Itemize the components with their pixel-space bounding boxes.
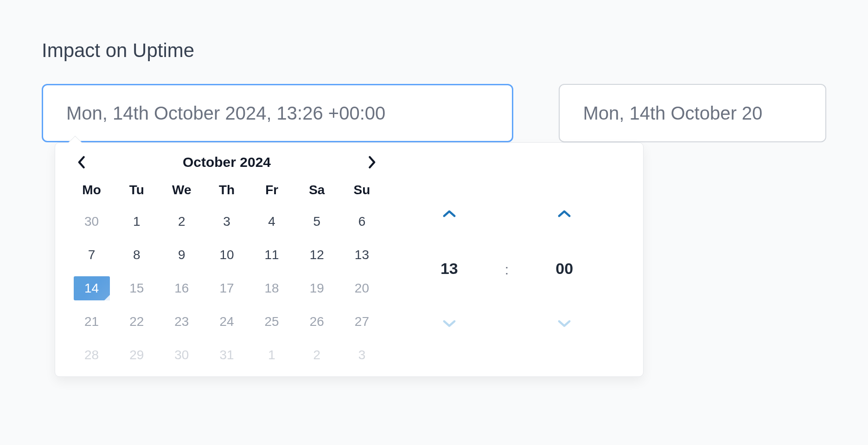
- calendar-day[interactable]: 23: [159, 305, 204, 338]
- calendar-day[interactable]: 26: [294, 305, 339, 338]
- calendar-day[interactable]: 12: [294, 238, 339, 272]
- hour-value[interactable]: 13: [440, 260, 458, 278]
- end-datetime-value: Mon, 14th October 20: [583, 103, 762, 124]
- calendar-day[interactable]: 3: [204, 205, 249, 238]
- calendar-day[interactable]: 2: [294, 338, 339, 372]
- calendar-day[interactable]: 30: [159, 338, 204, 372]
- calendar-day[interactable]: 18: [249, 272, 294, 305]
- calendar-day[interactable]: 16: [159, 272, 204, 305]
- calendar-day[interactable]: 8: [114, 238, 159, 272]
- calendar-day[interactable]: 27: [339, 305, 384, 338]
- hour-up-button[interactable]: [440, 207, 459, 221]
- calendar-day[interactable]: 25: [249, 305, 294, 338]
- chevron-left-icon: [77, 156, 85, 169]
- calendar-weekday: Th: [204, 176, 249, 205]
- calendar-day[interactable]: 31: [204, 338, 249, 372]
- chevron-down-icon: [442, 319, 456, 328]
- hour-down-button[interactable]: [440, 317, 459, 331]
- calendar-day[interactable]: 6: [339, 205, 384, 238]
- calendar-day[interactable]: 22: [114, 305, 159, 338]
- calendar-day[interactable]: 30: [69, 205, 114, 238]
- calendar-day[interactable]: 11: [249, 238, 294, 272]
- calendar-day[interactable]: 15: [114, 272, 159, 305]
- calendar-day[interactable]: 14: [69, 272, 114, 305]
- calendar-day[interactable]: 5: [294, 205, 339, 238]
- chevron-up-icon: [442, 210, 456, 218]
- calendar-month-label: October 2024: [183, 154, 271, 170]
- calendar-day[interactable]: 2: [159, 205, 204, 238]
- calendar-weekday: Tu: [114, 176, 159, 205]
- calendar-day[interactable]: 3: [339, 338, 384, 372]
- calendar-day[interactable]: 1: [114, 205, 159, 238]
- calendar-day[interactable]: 24: [204, 305, 249, 338]
- calendar-day[interactable]: 19: [294, 272, 339, 305]
- calendar-weekday: Su: [339, 176, 384, 205]
- calendar-day[interactable]: 17: [204, 272, 249, 305]
- calendar-header: October 2024: [69, 151, 384, 176]
- calendar-day[interactable]: 4: [249, 205, 294, 238]
- time-separator: :: [505, 262, 509, 278]
- next-month-button[interactable]: [363, 153, 382, 172]
- calendar-grid: MoTuWeThFrSaSu30123456789101112131415161…: [69, 176, 384, 372]
- calendar-day[interactable]: 1: [249, 338, 294, 372]
- calendar-day[interactable]: 21: [69, 305, 114, 338]
- start-datetime-value: Mon, 14th October 2024, 13:26 +00:00: [66, 103, 385, 124]
- chevron-down-icon: [557, 319, 571, 328]
- datetime-picker: October 2024 MoTuWeThFrSaSu3012345678910…: [55, 142, 644, 377]
- calendar-day[interactable]: 9: [159, 238, 204, 272]
- minute-down-button[interactable]: [555, 317, 574, 331]
- calendar-day[interactable]: 29: [114, 338, 159, 372]
- calendar-weekday: Fr: [249, 176, 294, 205]
- date-range-inputs: Mon, 14th October 2024, 13:26 +00:00 Mon…: [42, 84, 826, 142]
- section-title: Impact on Uptime: [42, 39, 826, 62]
- minute-spinner: 00: [555, 207, 574, 331]
- calendar-weekday: We: [159, 176, 204, 205]
- calendar: October 2024 MoTuWeThFrSaSu3012345678910…: [69, 151, 384, 372]
- start-datetime-input[interactable]: Mon, 14th October 2024, 13:26 +00:00: [42, 84, 513, 142]
- calendar-day[interactable]: 7: [69, 238, 114, 272]
- calendar-day[interactable]: 10: [204, 238, 249, 272]
- time-panel: 13 : 00: [384, 151, 629, 372]
- calendar-day[interactable]: 28: [69, 338, 114, 372]
- calendar-weekday: Mo: [69, 176, 114, 205]
- hour-spinner: 13: [440, 207, 459, 331]
- end-datetime-input[interactable]: Mon, 14th October 20: [559, 84, 826, 142]
- chevron-up-icon: [557, 210, 571, 218]
- calendar-day[interactable]: 13: [339, 238, 384, 272]
- minute-value[interactable]: 00: [555, 260, 573, 278]
- prev-month-button[interactable]: [72, 153, 90, 172]
- chevron-right-icon: [368, 156, 377, 169]
- minute-up-button[interactable]: [555, 207, 574, 221]
- calendar-weekday: Sa: [294, 176, 339, 205]
- calendar-day[interactable]: 20: [339, 272, 384, 305]
